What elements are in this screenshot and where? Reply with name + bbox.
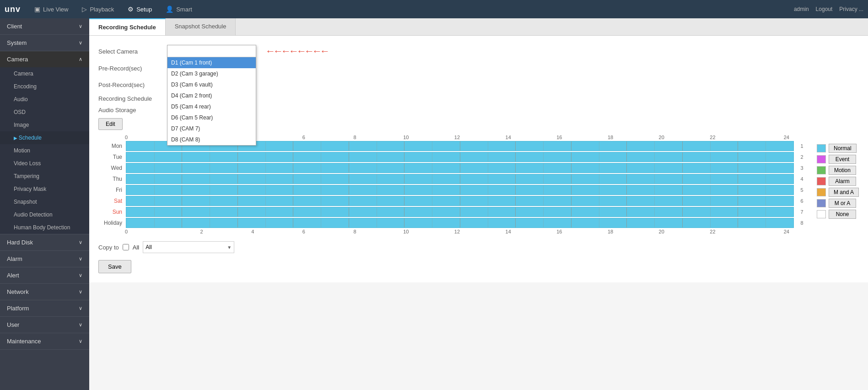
top-nav: unv ▣ Live View ▷ Playback ⚙ Setup 👤 Sma… (0, 0, 868, 18)
camera-option-d7[interactable]: D7 (CAM 7) (167, 123, 256, 134)
sidebar-section-platform-header[interactable]: Platform ∨ (0, 300, 89, 316)
sidebar-section-network-header[interactable]: Network ∨ (0, 284, 89, 300)
sidebar-section-camera-header[interactable]: Camera ∧ (0, 51, 89, 67)
smart-icon: 👤 (166, 5, 173, 13)
camera-option-d2[interactable]: D2 (Cam 3 garage) (167, 68, 256, 79)
select-camera-row: Select Camera D1 (Cam 1 front) ▲ D1 (Cam… (98, 45, 859, 58)
privacy-btn[interactable]: Privacy ... (839, 6, 863, 12)
nav-live-view[interactable]: ▣ Live View (34, 5, 68, 13)
sidebar-item-snapshot[interactable]: Snapshot (0, 195, 89, 208)
legend-none-btn[interactable]: None (829, 210, 856, 219)
day-label-fri: Fri (98, 187, 126, 193)
grid-line (710, 196, 711, 206)
day-cells-wed[interactable] (126, 163, 794, 173)
chevron-down-icon: ∨ (79, 289, 82, 295)
camera-option-d4[interactable]: D4 (Cam 2 front) (167, 90, 256, 101)
grid-line (738, 141, 738, 151)
nav-playback[interactable]: ▷ Playback (82, 5, 114, 13)
day-cells-thu[interactable] (126, 174, 794, 184)
legend-event-btn[interactable]: Event (829, 155, 856, 164)
hour-14: 14 (483, 135, 534, 140)
grid-row-tue: Tue2 (98, 152, 808, 162)
sidebar-hard-disk-label: Hard Disk (7, 239, 33, 246)
grid-line (515, 196, 516, 206)
sidebar-section-maintenance-header[interactable]: Maintenance ∨ (0, 333, 89, 349)
sidebar-item-schedule[interactable]: Schedule (0, 131, 89, 144)
save-button[interactable]: Save (98, 260, 131, 273)
grid-line (377, 152, 377, 162)
legend-normal-btn[interactable]: Normal (829, 144, 857, 153)
sidebar-item-osd[interactable]: OSD (0, 106, 89, 119)
top-right: admin Logout Privacy ... (794, 6, 863, 12)
grid-line (404, 174, 404, 184)
tab-recording-schedule[interactable]: Recording Schedule (89, 18, 166, 35)
grid-line (710, 141, 711, 151)
live-view-icon: ▣ (34, 5, 40, 13)
day-label-sat: Sat (98, 198, 126, 204)
camera-option-d3[interactable]: D3 (Cam 6 vault) (167, 79, 256, 90)
grid-line (488, 185, 488, 195)
grid-line (599, 185, 599, 195)
sidebar-item-audio-detection[interactable]: Audio Detection (0, 208, 89, 221)
camera-search-input[interactable] (167, 45, 256, 57)
camera-option-d8[interactable]: D8 (CAM 8) (167, 134, 256, 145)
camera-option-d5[interactable]: D5 (Cam 4 rear) (167, 101, 256, 112)
day-cells-fri[interactable] (126, 185, 794, 195)
grid-line (682, 163, 683, 173)
hour-24: 24 (738, 135, 789, 140)
grid-line (738, 163, 738, 173)
sidebar-item-human-body-detection[interactable]: Human Body Detection (0, 221, 89, 234)
legend-m-and-a-btn[interactable]: M and A (829, 188, 859, 197)
sidebar-section-alert-header[interactable]: Alert ∨ (0, 267, 89, 283)
sidebar-section-alarm-header[interactable]: Alarm ∨ (0, 251, 89, 267)
grid-line (404, 141, 404, 151)
sidebar-section-alert: Alert ∨ (0, 267, 89, 284)
grid-line (766, 163, 766, 173)
legend-motion-btn[interactable]: Motion (829, 166, 856, 175)
grid-line (349, 152, 349, 162)
nav-setup[interactable]: ⚙ Setup (128, 5, 152, 13)
copy-select[interactable]: All (143, 241, 234, 253)
sidebar-section-client-header[interactable]: Client ∨ (0, 18, 89, 34)
grid-line (682, 174, 683, 184)
sidebar-item-video-loss[interactable]: Video Loss (0, 157, 89, 170)
hour-22: 22 (687, 135, 739, 140)
sidebar-item-privacy-mask[interactable]: Privacy Mask (0, 183, 89, 195)
camera-option-d1[interactable]: D1 (Cam 1 front) (167, 57, 256, 68)
tab-snapshot-schedule[interactable]: Snapshot Schedule (166, 18, 236, 35)
sidebar-section-hard-disk-header[interactable]: Hard Disk ∨ (0, 234, 89, 250)
grid-line (710, 152, 711, 162)
logout-btn[interactable]: Logout (816, 6, 833, 12)
grid-line (432, 185, 432, 195)
copy-all-label: All (133, 244, 139, 251)
legend-m-or-a-btn[interactable]: M or A (829, 199, 856, 208)
sidebar-item-audio[interactable]: Audio (0, 93, 89, 106)
sidebar-section-client: Client ∨ (0, 18, 89, 35)
camera-option-d6[interactable]: D6 (Cam 5 Rear) (167, 112, 256, 123)
grid-line (515, 163, 516, 173)
day-cells-holiday[interactable] (126, 218, 794, 228)
grid-line (432, 141, 432, 151)
grid-line (654, 185, 655, 195)
day-cells-sat[interactable] (126, 196, 794, 206)
legend-none: None (817, 210, 859, 219)
nav-smart[interactable]: 👤 Smart (166, 5, 192, 13)
post-record-label: Post-Record(sec) (98, 81, 167, 88)
day-cells-tue[interactable] (126, 152, 794, 162)
grid-line (182, 152, 182, 162)
sidebar-item-motion[interactable]: Motion (0, 144, 89, 157)
sidebar-section-user-header[interactable]: User ∨ (0, 317, 89, 333)
sidebar-item-camera[interactable]: Camera (0, 67, 89, 80)
sidebar-item-image[interactable]: Image (0, 119, 89, 131)
copy-all-checkbox[interactable] (123, 244, 129, 250)
day-cells-sun[interactable] (126, 207, 794, 217)
copy-select-wrapper: All ▼ (143, 241, 234, 253)
audio-storage-label: Audio Storage (98, 107, 167, 114)
grid-line (738, 152, 738, 162)
edit-button[interactable]: Edit (98, 118, 123, 130)
grid-line (766, 141, 766, 151)
sidebar-item-encoding[interactable]: Encoding (0, 80, 89, 93)
sidebar-item-tampering[interactable]: Tampering (0, 170, 89, 183)
sidebar-section-system-header[interactable]: System ∨ (0, 35, 89, 51)
legend-alarm-btn[interactable]: Alarm (829, 177, 856, 186)
